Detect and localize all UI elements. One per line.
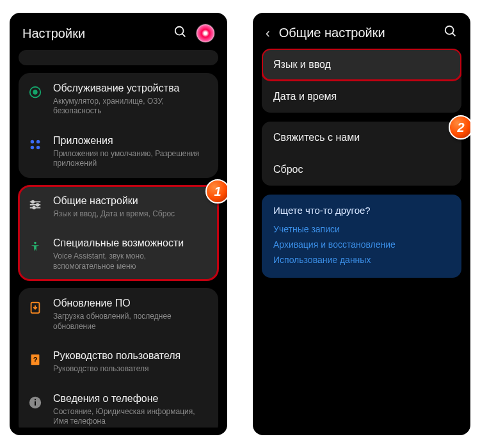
search-icon[interactable]	[444, 24, 458, 41]
tips-link-backup[interactable]: Архивация и восстановление	[273, 237, 450, 253]
svg-point-11	[32, 201, 35, 204]
search-icon[interactable]	[173, 25, 188, 42]
header: ‹ Общие настройки	[253, 13, 470, 49]
page-title: Настройки	[22, 26, 164, 41]
row-reset[interactable]: Сброс	[262, 154, 461, 186]
settings-list: Обслуживание устройства Аккумулятор, хра…	[10, 50, 227, 428]
item-title: Обновление ПО	[53, 297, 209, 310]
svg-line-1	[182, 34, 186, 37]
annotation-badge-2: 2	[449, 115, 470, 140]
svg-point-14	[34, 242, 36, 244]
svg-text:?: ?	[33, 356, 38, 364]
item-accessibility[interactable]: Специальные возможности Voice Assistant,…	[19, 228, 218, 280]
row-contact-us[interactable]: Свяжитесь с нами	[262, 122, 461, 154]
info-icon	[26, 394, 44, 412]
tips-card: Ищете что-то другое? Учетные записи Архи…	[262, 195, 461, 278]
update-icon	[26, 298, 44, 316]
annotation-badge-1: 1	[205, 179, 227, 204]
accessibility-icon	[26, 238, 44, 256]
svg-point-4	[31, 140, 35, 144]
svg-rect-19	[35, 401, 36, 405]
item-title: Обслуживание устройства	[53, 82, 209, 95]
tips-link-data-usage[interactable]: Использование данных	[273, 253, 450, 268]
back-icon[interactable]: ‹	[266, 26, 270, 39]
svg-point-21	[445, 26, 454, 35]
tips-title: Ищете что-то другое?	[273, 205, 450, 216]
row-date-time[interactable]: Дата и время	[262, 81, 461, 113]
sliders-icon	[26, 196, 44, 214]
svg-line-22	[452, 33, 456, 36]
svg-point-3	[33, 90, 37, 94]
card-general-accessibility: Общие настройки Язык и ввод, Дата и врем…	[19, 186, 218, 280]
item-title: Руководство пользователя	[53, 349, 209, 363]
list-item-stub	[19, 50, 218, 65]
item-subtitle: Состояние, Юридическая информация, Имя т…	[53, 407, 209, 427]
item-general-settings[interactable]: Общие настройки Язык и ввод, Дата и врем…	[19, 186, 218, 228]
item-title: Сведения о телефоне	[53, 392, 209, 406]
card-update-manual-about: Обновление ПО Загрузка обновлений, после…	[19, 288, 218, 428]
item-subtitle: Аккумулятор, хранилище, ОЗУ, безопасност…	[53, 97, 209, 116]
profile-avatar[interactable]	[196, 24, 214, 42]
svg-point-13	[33, 207, 35, 209]
device-care-icon	[26, 83, 44, 101]
screenshot-pair: 1 Настройки Обслуживание устройства Акку…	[0, 0, 480, 448]
header: Настройки	[10, 13, 227, 50]
item-device-care[interactable]: Обслуживание устройства Аккумулятор, хра…	[19, 73, 218, 125]
svg-rect-20	[35, 399, 36, 400]
svg-point-7	[36, 146, 40, 150]
page-title: Общие настройки	[279, 26, 435, 40]
item-subtitle: Руководство пользователя	[53, 364, 209, 374]
item-software-update[interactable]: Обновление ПО Загрузка обновлений, после…	[19, 288, 218, 340]
group-lang-date: Язык и ввод Дата и время	[262, 49, 461, 113]
item-subtitle: Загрузка обновлений, последнее обновлени…	[53, 312, 209, 332]
item-user-manual[interactable]: ? Руководство пользователя Руководство п…	[19, 340, 218, 383]
item-title: Специальные возможности	[53, 237, 209, 250]
card-device-apps: Обслуживание устройства Аккумулятор, хра…	[19, 73, 218, 178]
general-settings-list: Язык и ввод Дата и время Свяжитесь с нам…	[253, 49, 470, 426]
svg-point-0	[175, 27, 184, 35]
apps-icon	[26, 136, 44, 154]
item-subtitle: Язык и ввод, Дата и время, Сброс	[53, 209, 209, 220]
svg-point-6	[31, 146, 35, 150]
item-title: Общие настройки	[53, 195, 209, 208]
tips-link-accounts[interactable]: Учетные записи	[273, 222, 450, 237]
item-about-phone[interactable]: Сведения о телефоне Состояние, Юридическ…	[19, 383, 218, 428]
phone-right-general-settings: 2 ‹ Общие настройки Язык и ввод Дата и в…	[253, 13, 470, 435]
svg-point-12	[36, 204, 39, 206]
item-title: Приложения	[53, 134, 209, 148]
phone-left-settings: 1 Настройки Обслуживание устройства Акку…	[10, 13, 227, 435]
item-subtitle: Voice Assistant, звук моно, вспомогатель…	[53, 252, 209, 271]
row-language-input[interactable]: Язык и ввод	[262, 49, 461, 81]
item-apps[interactable]: Приложения Приложения по умолчанию, Разр…	[19, 125, 218, 178]
svg-point-5	[36, 140, 40, 144]
manual-icon: ?	[26, 351, 44, 369]
item-subtitle: Приложения по умолчанию, Разрешения прил…	[53, 149, 209, 169]
group-contact-reset: Свяжитесь с нами Сброс	[262, 122, 461, 186]
